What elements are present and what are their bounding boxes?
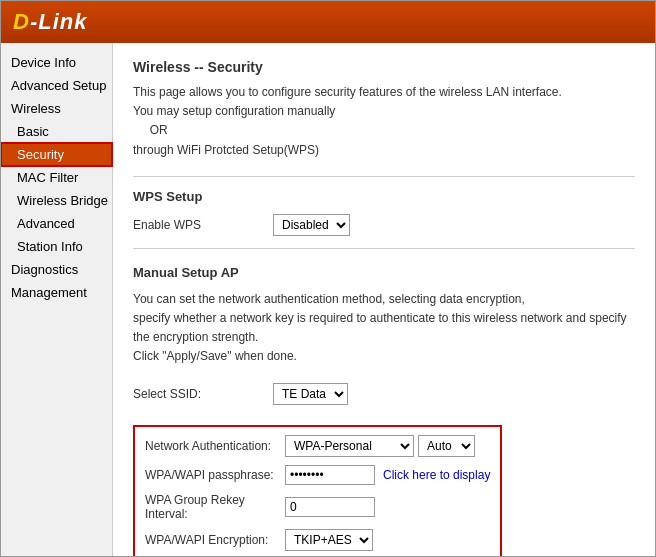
wps-enable-label: Enable WPS — [133, 218, 273, 232]
divider-1 — [133, 176, 635, 177]
manual-section-title: Manual Setup AP — [133, 265, 635, 280]
sidebar-item-wireless-bridge[interactable]: Wireless Bridge — [1, 189, 112, 212]
network-auth-label: Network Authentication: — [145, 439, 285, 453]
passphrase-display-link[interactable]: Click here to display — [383, 468, 490, 482]
wps-enable-row: Enable WPS Disabled Enabled — [133, 214, 635, 236]
sidebar-item-station-info[interactable]: Station Info — [1, 235, 112, 258]
sidebar-item-management[interactable]: Management — [1, 281, 112, 304]
sidebar-item-advanced[interactable]: Advanced — [1, 212, 112, 235]
main-layout: Device Info Advanced Setup Wireless Basi… — [1, 43, 655, 556]
rekey-label: WPA Group Rekey Interval: — [145, 493, 285, 521]
sidebar-item-advanced-setup[interactable]: Advanced Setup — [1, 74, 112, 97]
sidebar: Device Info Advanced Setup Wireless Basi… — [1, 43, 113, 556]
sidebar-item-mac-filter[interactable]: MAC Filter — [1, 166, 112, 189]
sidebar-item-security[interactable]: Security — [1, 143, 112, 166]
rekey-input[interactable] — [285, 497, 375, 517]
encryption-row: WPA/WAPI Encryption: TKIP+AES TKIP AES — [145, 529, 490, 551]
dlink-logo: D-Link — [13, 9, 87, 35]
content-area: Wireless -- Security This page allows yo… — [113, 43, 655, 556]
sidebar-item-wireless[interactable]: Wireless — [1, 97, 112, 120]
ssid-row: Select SSID: TE Data — [133, 383, 635, 405]
sidebar-item-device-info[interactable]: Device Info — [1, 51, 112, 74]
network-auth-row: Network Authentication: WPA-Personal WPA… — [145, 435, 490, 457]
logo-d: D — [13, 9, 30, 34]
page-title: Wireless -- Security — [133, 59, 635, 75]
network-auth-select[interactable]: WPA-Personal WPA-Enterprise WPA2-Persona… — [285, 435, 414, 457]
passphrase-row: WPA/WAPI passphrase: Click here to displ… — [145, 465, 490, 485]
sidebar-item-basic[interactable]: Basic — [1, 120, 112, 143]
manual-section: Manual Setup AP You can set the network … — [133, 265, 635, 556]
manual-description: You can set the network authentication m… — [133, 290, 635, 367]
header: D-Link — [1, 1, 655, 43]
encryption-select[interactable]: TKIP+AES TKIP AES — [285, 529, 373, 551]
security-settings-box: Network Authentication: WPA-Personal WPA… — [133, 425, 502, 557]
encryption-label: WPA/WAPI Encryption: — [145, 533, 285, 547]
rekey-row: WPA Group Rekey Interval: — [145, 493, 490, 521]
ssid-select[interactable]: TE Data — [273, 383, 348, 405]
divider-2 — [133, 248, 635, 249]
ssid-label: Select SSID: — [133, 387, 273, 401]
page-description: This page allows you to configure securi… — [133, 83, 635, 160]
sidebar-item-diagnostics[interactable]: Diagnostics — [1, 258, 112, 281]
wps-section-title: WPS Setup — [133, 189, 635, 204]
network-auth-sub-select[interactable]: Auto TKIP AES — [418, 435, 475, 457]
wps-enable-select[interactable]: Disabled Enabled — [273, 214, 350, 236]
passphrase-label: WPA/WAPI passphrase: — [145, 468, 285, 482]
passphrase-input[interactable] — [285, 465, 375, 485]
logo-link: -Link — [30, 9, 88, 34]
